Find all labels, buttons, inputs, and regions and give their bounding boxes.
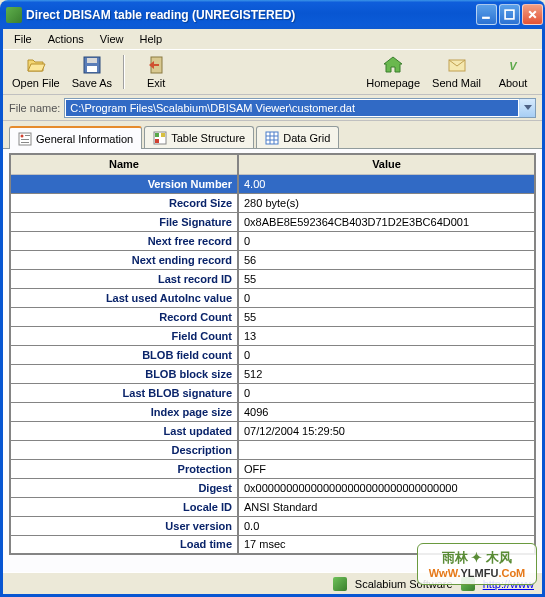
svg-rect-12 [21, 142, 29, 143]
svg-rect-1 [505, 10, 514, 19]
table-row[interactable]: BLOB block size512 [10, 364, 535, 383]
property-value: 17 msec [238, 535, 535, 554]
menu-actions[interactable]: Actions [41, 31, 91, 47]
svg-rect-16 [155, 139, 159, 143]
property-value: 13 [238, 326, 535, 345]
property-name: Next ending record [10, 250, 238, 269]
table-row[interactable]: Locale IDANSI Standard [10, 497, 535, 516]
folder-open-icon [26, 55, 46, 75]
property-name: Next free record [10, 231, 238, 250]
svg-text:V: V [509, 60, 518, 72]
property-value: 56 [238, 250, 535, 269]
menu-file[interactable]: File [7, 31, 39, 47]
property-name: Protection [10, 459, 238, 478]
property-name: Last record ID [10, 269, 238, 288]
homepage-button[interactable]: Homepage [363, 52, 423, 92]
table-row[interactable]: Version Number4.00 [10, 174, 535, 193]
table-row[interactable]: Record Size280 byte(s) [10, 193, 535, 212]
menu-view[interactable]: View [93, 31, 131, 47]
separator [123, 55, 125, 89]
property-name: Record Count [10, 307, 238, 326]
svg-rect-4 [87, 66, 97, 72]
property-name: BLOB block size [10, 364, 238, 383]
send-mail-button[interactable]: Send Mail [429, 52, 484, 92]
maximize-button[interactable] [499, 4, 520, 25]
status-bar: Scalabium Software http://www [3, 572, 542, 594]
property-name: BLOB field count [10, 345, 238, 364]
tab-general-information[interactable]: General Information [9, 126, 142, 149]
exit-button[interactable]: Exit [133, 52, 179, 92]
table-row[interactable]: Next ending record56 [10, 250, 535, 269]
company-name: Scalabium Software [355, 578, 453, 590]
tab-table-structure[interactable]: Table Structure [144, 126, 254, 148]
homepage-link[interactable]: http://www [483, 578, 534, 590]
close-button[interactable] [522, 4, 543, 25]
title-bar: Direct DBISAM table reading (UNREGISTERE… [0, 0, 545, 29]
window-title: Direct DBISAM table reading (UNREGISTERE… [26, 8, 476, 22]
column-header-name[interactable]: Name [10, 154, 238, 174]
property-name: Last used AutoInc value [10, 288, 238, 307]
table-row[interactable]: Field Count13 [10, 326, 535, 345]
minimize-button[interactable] [476, 4, 497, 25]
structure-icon [153, 131, 167, 145]
property-name: Record Size [10, 193, 238, 212]
info-sheet-icon [18, 132, 32, 146]
table-row[interactable]: BLOB field count0 [10, 345, 535, 364]
property-value: ANSI Standard [238, 497, 535, 516]
table-row[interactable]: Last BLOB signature0 [10, 383, 535, 402]
table-row[interactable]: User version0.0 [10, 516, 535, 535]
column-header-value[interactable]: Value [238, 154, 535, 174]
menu-help[interactable]: Help [132, 31, 169, 47]
table-row[interactable]: Last record ID55 [10, 269, 535, 288]
property-name: Version Number [10, 174, 238, 193]
save-as-button[interactable]: Save As [69, 52, 115, 92]
table-row[interactable]: Description [10, 440, 535, 459]
table-row[interactable]: Index page size4096 [10, 402, 535, 421]
property-name: Field Count [10, 326, 238, 345]
menu-bar: File Actions View Help [3, 29, 542, 49]
about-button[interactable]: V About [490, 52, 536, 92]
property-value: OFF [238, 459, 535, 478]
property-name: Load time [10, 535, 238, 554]
link-icon [461, 577, 475, 591]
svg-point-9 [21, 134, 24, 137]
table-row[interactable]: Next free record0 [10, 231, 535, 250]
chevron-down-icon[interactable] [519, 99, 535, 117]
open-file-button[interactable]: Open File [9, 52, 63, 92]
content-area: Name Value Version Number4.00Record Size… [3, 149, 542, 572]
table-row[interactable]: Last used AutoInc value0 [10, 288, 535, 307]
file-name-label: File name: [9, 102, 60, 114]
exit-icon [146, 55, 166, 75]
property-name: Last updated [10, 421, 238, 440]
property-name: Locale ID [10, 497, 238, 516]
properties-table: Name Value Version Number4.00Record Size… [9, 153, 536, 555]
table-row[interactable]: Last updated07/12/2004 15:29:50 [10, 421, 535, 440]
property-name: File Signature [10, 212, 238, 231]
property-name: Last BLOB signature [10, 383, 238, 402]
property-name: Index page size [10, 402, 238, 421]
table-row[interactable]: Digest0x00000000000000000000000000000000… [10, 478, 535, 497]
property-value: 0.0 [238, 516, 535, 535]
property-value [238, 440, 535, 459]
property-value: 4.00 [238, 174, 535, 193]
svg-rect-10 [25, 135, 30, 136]
table-row[interactable]: File Signature0x8ABE8E592364CB403D71D2E3… [10, 212, 535, 231]
property-value: 0x000000000000000000000000000000000 [238, 478, 535, 497]
property-name: User version [10, 516, 238, 535]
svg-rect-3 [87, 58, 97, 63]
svg-rect-17 [266, 132, 278, 144]
file-name-combobox[interactable]: C:\Program Files\Scalabium\DBISAM Viewer… [64, 98, 536, 118]
company-icon [333, 577, 347, 591]
app-icon [6, 7, 22, 23]
property-value: 07/12/2004 15:29:50 [238, 421, 535, 440]
property-name: Digest [10, 478, 238, 497]
table-row[interactable]: ProtectionOFF [10, 459, 535, 478]
table-row[interactable]: Record Count55 [10, 307, 535, 326]
property-value: 4096 [238, 402, 535, 421]
svg-rect-0 [482, 17, 490, 19]
tab-strip: General Information Table Structure Data… [3, 121, 542, 149]
tab-data-grid[interactable]: Data Grid [256, 126, 339, 148]
property-value: 55 [238, 307, 535, 326]
table-row[interactable]: Load time17 msec [10, 535, 535, 554]
home-icon [383, 55, 403, 75]
